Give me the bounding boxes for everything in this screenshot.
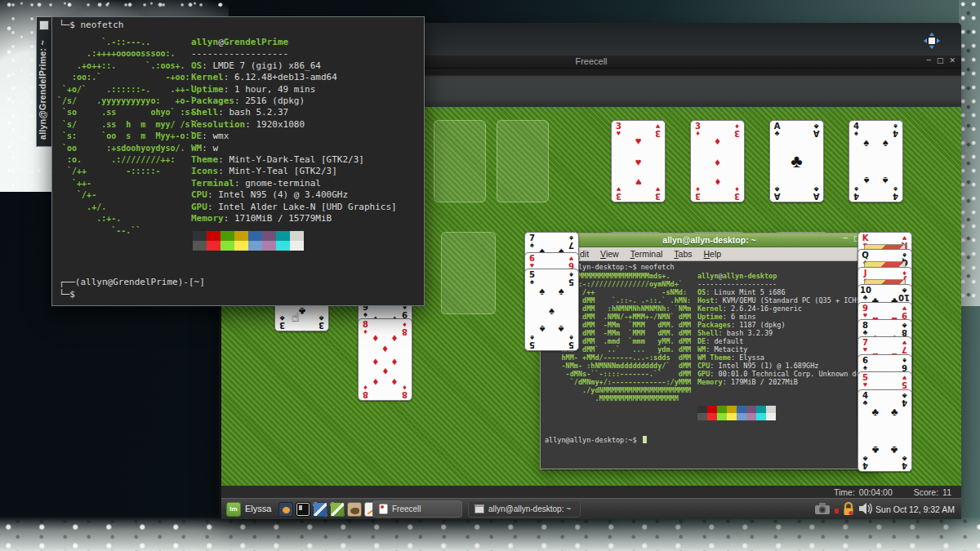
card-4-spades[interactable]: 4♠4♠4♠4♠♠♠♠♠ xyxy=(849,120,903,202)
palette-swatch xyxy=(290,231,304,241)
card-index: A♣ xyxy=(811,185,822,200)
suit-clubs-icon: ♣ xyxy=(891,406,898,416)
palette-swatch xyxy=(707,406,717,413)
outer-terminal-body[interactable]: └─$ neofetch `.-::---.. .:++++ooooosssoo… xyxy=(51,16,425,306)
speaker-icon[interactable] xyxy=(858,502,873,515)
neofetch-sep: : xyxy=(710,362,718,370)
card-index: 3♣ xyxy=(316,314,327,329)
card-index: 3♦ xyxy=(693,122,703,137)
card-index: 4♠ xyxy=(851,122,862,137)
card-index: 3♦ xyxy=(732,122,742,137)
tableau-slot-3[interactable] xyxy=(441,232,496,314)
neofetch-value: Intel N95 (1) @ 1.689GHz xyxy=(719,362,819,370)
neofetch-label: Memory xyxy=(697,378,723,386)
neofetch-row: Packages: 2516 (dpkg) xyxy=(191,96,397,107)
card-index: 5♠ xyxy=(566,334,577,349)
neofetch-value: KVM/QEMU (Standard PC (Q35 + ICH9, xyxy=(723,296,865,304)
clock[interactable]: Sun Oct 12, 9:32 AM xyxy=(875,504,955,514)
taskbar-button-terminal[interactable]: allyn@allyn-desktop: ~ xyxy=(468,500,581,518)
record-led-icon[interactable] xyxy=(835,509,839,513)
suit-clubs-icon: ♣ xyxy=(772,130,782,137)
neofetch-label: OS xyxy=(697,288,706,296)
card-index: 5♥ xyxy=(860,374,871,389)
palette-swatch xyxy=(248,241,262,251)
card-3-hearts[interactable]: 3♥3♥3♥3♥♥♥♥ xyxy=(611,120,666,202)
lock-icon[interactable] xyxy=(842,502,855,516)
neofetch-label: Shell xyxy=(697,329,719,337)
neofetch-value: 1710MiB / 15779MiB xyxy=(234,213,332,224)
card-index: 10♣ xyxy=(899,287,910,301)
wmx-button[interactable] xyxy=(39,20,49,30)
palette-swatch xyxy=(207,231,220,241)
card-A-clubs[interactable]: A♣A♣A♣A♣♣ xyxy=(769,120,824,202)
green-app-launcher-icon[interactable] xyxy=(330,502,345,517)
suit-diamonds-icon: ♦ xyxy=(715,177,720,188)
maximize-button[interactable]: □ xyxy=(937,56,944,64)
suit-diamonds-icon: ♦ xyxy=(382,367,388,377)
neofetch-sep: : xyxy=(207,189,218,200)
palette-swatch xyxy=(766,406,776,413)
neofetch-row: Memory: 179MiB / 2027MiB xyxy=(697,378,869,386)
suit-spades-icon: ♠ xyxy=(860,364,871,371)
suit-spades-icon: ♠ xyxy=(559,324,564,335)
suit-spades-icon: ♠ xyxy=(851,185,862,193)
photos-launcher-icon[interactable] xyxy=(278,502,293,517)
outer-prompt-line2: └─$ xyxy=(59,289,75,300)
neofetch-sep: : xyxy=(723,304,731,313)
neofetch-value: LMDE 7 (gigi) x86_64 xyxy=(213,60,321,71)
suit-diamonds-icon: ♦ xyxy=(360,384,371,391)
neofetch-user: allyn xyxy=(697,272,719,280)
mint-menu-icon[interactable]: lm xyxy=(226,502,241,517)
card-8-diamonds[interactable]: 8♦8♦8♦8♦♦♦♦♦♦♦♦♦ xyxy=(358,318,412,401)
neofetch-sep: : xyxy=(731,353,739,362)
card-index: 7♠ xyxy=(527,234,537,249)
neofetch-sep: : xyxy=(706,288,714,296)
neofetch-sep: : xyxy=(710,370,718,378)
suit-diamonds-icon: ♦ xyxy=(693,185,703,193)
neofetch-sep: : xyxy=(234,178,245,189)
menu-item-terminal[interactable]: Terminal xyxy=(626,248,668,260)
suit-clubs-icon: ♣ xyxy=(791,153,802,171)
freecell-statusbar: Time:00:04:00 Score:11 xyxy=(221,486,961,498)
menu-item-tabs[interactable]: Tabs xyxy=(669,248,697,260)
time-label: Time:00:04:00 xyxy=(834,487,893,497)
neofetch-value: 6.12.48+deb13-amd64 xyxy=(234,72,337,82)
outer-terminal-title-tab[interactable]: allyn@GrendelPrime: ~ xyxy=(36,16,52,147)
card-index: 7♠ xyxy=(566,234,577,249)
card-4-clubs[interactable]: 4♣4♣4♣4♣♣♣♣♣ xyxy=(858,389,912,472)
card-index: 8♦ xyxy=(399,384,410,398)
card-5-spades[interactable]: 5♠5♠5♠5♠♠♠♠♠♠ xyxy=(524,269,579,351)
suit-clubs-icon: ♣ xyxy=(899,322,910,329)
menu-item-view[interactable]: View xyxy=(595,248,624,260)
card-index: 6♠ xyxy=(899,357,910,371)
inner-terminal-titlebar[interactable]: allyn@allyn-desktop: ~ ─□✕ xyxy=(541,233,878,247)
suit-spades-icon: ♠ xyxy=(566,334,577,341)
terminal-launcher-icon[interactable] xyxy=(296,502,310,517)
image-viewer-launcher-icon[interactable] xyxy=(347,502,362,517)
inner-terminal-body[interactable]: allyn@allyn-desktop:~$ neofetch MMMMMMMM… xyxy=(541,261,878,469)
minimize-button[interactable]: ─ xyxy=(844,234,848,242)
camera-icon[interactable] xyxy=(814,502,831,515)
suit-spades-icon: ♠ xyxy=(890,185,901,193)
menu-item-help[interactable]: Help xyxy=(699,248,727,260)
card-index: 3♥ xyxy=(613,122,624,137)
taskbar-button-freecell[interactable]: Freecell xyxy=(372,500,462,518)
suit-spades-icon: ♠ xyxy=(527,242,537,249)
palette-swatch xyxy=(220,231,234,241)
free-cell-slot-4[interactable] xyxy=(497,120,549,202)
card-index: 5♠ xyxy=(527,334,537,349)
close-button[interactable]: ✕ xyxy=(949,56,956,64)
mint-menu-label[interactable]: Elyssa xyxy=(245,504,271,513)
card-3-diamonds[interactable]: 3♦3♦3♦3♦♦♦♦ xyxy=(690,120,745,202)
minimize-button[interactable]: ─ xyxy=(927,56,931,64)
palette-swatch xyxy=(248,231,262,241)
vm-taskbar: lm Elyssa Freecellallyn@allyn-desktop: ~ xyxy=(221,498,961,519)
fullscreen-icon[interactable] xyxy=(924,33,940,49)
blue-app-launcher-icon[interactable] xyxy=(313,502,327,517)
suit-diamonds-icon: ♦ xyxy=(372,356,378,367)
palette-swatch xyxy=(276,231,290,241)
free-cell-slot-3[interactable] xyxy=(434,120,486,202)
neofetch-value: bash 5.2.37 xyxy=(229,107,288,118)
neofetch-label: Resolution xyxy=(191,119,245,130)
neofetch-sep: : xyxy=(723,378,731,386)
